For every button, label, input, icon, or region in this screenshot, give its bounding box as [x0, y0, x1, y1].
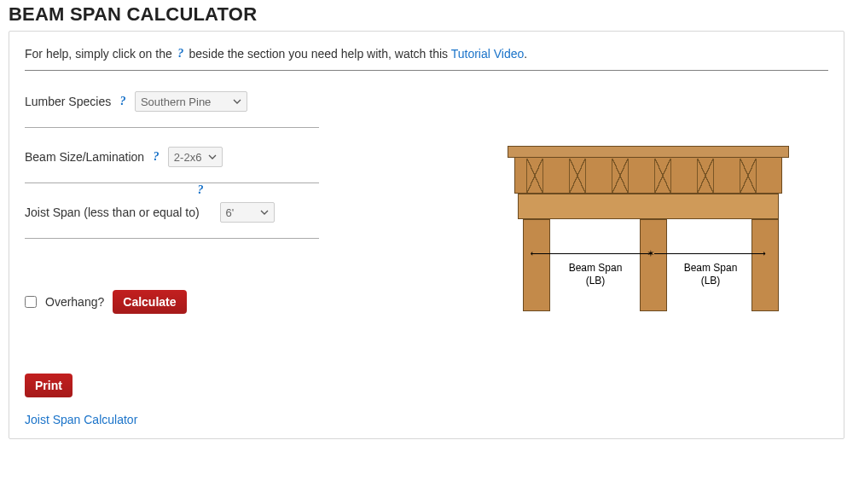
calculator-panel: For help, simply click on the ? beside t… [9, 31, 844, 439]
help-icon[interactable]: ? [151, 150, 161, 164]
diagram-span-label-2: Beam Span (LB) [664, 262, 757, 287]
diagram-joist-cross [569, 159, 586, 193]
overhang-calculate-row: Overhang? Calculate [25, 290, 443, 314]
diagram-deck-surface [508, 146, 789, 158]
overhang-label: Overhang? [45, 295, 104, 309]
diagram-joist-cross [612, 159, 629, 193]
help-text-suffix: beside the section you need help with, w… [189, 47, 451, 61]
beam-size-label: Beam Size/Lamination [25, 150, 144, 164]
help-icon[interactable]: ? [195, 183, 206, 197]
diagram-joist-cross [697, 159, 714, 193]
divider [25, 70, 828, 71]
joist-span-select[interactable]: 6' [220, 202, 275, 223]
joist-span-row: ? Joist Span (less than or equal to) 6' [25, 202, 319, 239]
form-area: Lumber Species ? Southern Pine Beam Size… [25, 91, 828, 426]
diagram-dimension-tick: ✶ [647, 246, 654, 259]
lumber-species-select[interactable]: Southern Pine [135, 91, 247, 112]
joist-span-calculator-link[interactable]: Joist Span Calculator [25, 413, 443, 426]
diagram-dimension-tick: ⟵ [531, 246, 538, 259]
diagram-span-label-1: Beam Span (LB) [548, 262, 642, 287]
help-text-period: . [524, 47, 527, 61]
diagram-column: ⟵ ✶ ⟶ Beam Span (LB) Beam Span (LB) [468, 91, 828, 316]
diagram-joist-cross [526, 159, 543, 193]
overhang-checkbox[interactable] [25, 296, 37, 308]
beam-span-diagram: ⟵ ✶ ⟶ Beam Span (LB) Beam Span (LB) [508, 146, 789, 316]
print-button[interactable]: Print [25, 374, 73, 397]
page-title: BEAM SPAN CALCULATOR [9, 3, 844, 26]
diagram-dimension-line [654, 253, 763, 254]
diagram-beam [518, 194, 779, 219]
help-icon[interactable]: ? [176, 47, 186, 61]
beam-size-select[interactable]: 2-2x6 [168, 147, 223, 167]
diagram-dimension-line [537, 253, 652, 254]
tutorial-video-link[interactable]: Tutorial Video [451, 47, 525, 61]
diagram-dimension-tick: ⟶ [758, 246, 765, 259]
beam-size-row: Beam Size/Lamination ? 2-2x6 [25, 147, 319, 183]
print-row: Print [25, 374, 443, 397]
calculate-button[interactable]: Calculate [113, 290, 186, 314]
help-text-prefix: For help, simply click on the [25, 47, 176, 61]
joist-span-label: Joist Span (less than or equal to) [25, 206, 200, 219]
diagram-post [523, 219, 550, 311]
diagram-joist-cross [740, 159, 757, 193]
diagram-joist-cross [654, 159, 671, 193]
help-text: For help, simply click on the ? beside t… [25, 47, 828, 61]
lumber-species-row: Lumber Species ? Southern Pine [25, 91, 319, 128]
help-icon[interactable]: ? [118, 95, 128, 108]
form-left-column: Lumber Species ? Southern Pine Beam Size… [25, 91, 443, 426]
lumber-species-label: Lumber Species [25, 95, 111, 108]
